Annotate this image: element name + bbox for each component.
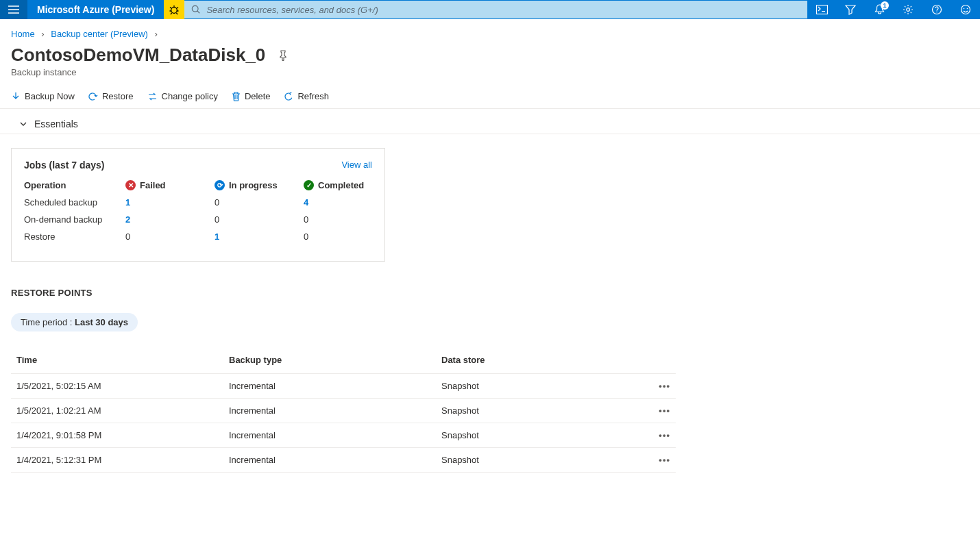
hamburger-icon	[8, 5, 19, 14]
brand-label[interactable]: Microsoft Azure (Preview)	[27, 4, 164, 15]
col-operation: Operation	[24, 180, 125, 190]
jobs-grid: Operation ✕Failed ⟳In progress ✓Complete…	[24, 180, 372, 242]
cell-store: Snapshot	[436, 423, 641, 448]
feedback-icon	[960, 4, 971, 15]
notifications-button[interactable]: 1	[865, 0, 894, 19]
job-inprogress-count[interactable]: 1	[215, 231, 304, 242]
restore-button[interactable]: Restore	[88, 91, 134, 101]
preview-bug-button[interactable]	[164, 0, 184, 19]
chevron-down-icon	[19, 120, 27, 128]
row-actions-button[interactable]: •••	[641, 399, 676, 423]
feedback-button[interactable]	[951, 0, 980, 19]
cell-store: Snapshot	[436, 399, 641, 423]
svg-point-7	[964, 8, 965, 10]
cell-store: Snapshot	[436, 374, 641, 399]
table-row[interactable]: 1/4/2021, 5:12:31 PMIncrementalSnapshot•…	[11, 448, 676, 473]
help-button[interactable]	[922, 0, 951, 19]
download-icon	[11, 92, 21, 101]
table-row[interactable]: 1/5/2021, 5:02:15 AMIncrementalSnapshot•…	[11, 374, 676, 399]
job-operation: Restore	[24, 231, 125, 242]
help-icon	[931, 4, 942, 15]
job-completed-count: 0	[304, 214, 372, 225]
row-actions-button[interactable]: •••	[641, 423, 676, 448]
job-failed-count[interactable]: 1	[125, 197, 215, 208]
search-icon	[191, 5, 201, 14]
filter-value: Last 30 days	[75, 317, 128, 327]
delete-button[interactable]: Delete	[232, 91, 271, 101]
breadcrumb-backup-center[interactable]: Backup center (Preview)	[51, 29, 148, 39]
svg-point-8	[967, 8, 968, 10]
filter-label: Time period :	[21, 317, 75, 327]
change-policy-button[interactable]: Change policy	[147, 91, 218, 101]
refresh-icon	[284, 92, 293, 101]
delete-label: Delete	[245, 91, 271, 101]
cell-type: Incremental	[223, 448, 436, 473]
backup-now-button[interactable]: Backup Now	[11, 91, 75, 101]
job-failed-count: 0	[125, 231, 215, 242]
cell-time: 1/5/2021, 5:02:15 AM	[11, 374, 223, 399]
notification-badge: 1	[881, 1, 889, 10]
job-operation: Scheduled backup	[24, 197, 125, 208]
time-period-filter[interactable]: Time period : Last 30 days	[11, 313, 138, 331]
job-completed-count[interactable]: 4	[304, 197, 372, 208]
settings-button[interactable]	[894, 0, 922, 19]
svg-point-5	[936, 12, 937, 12]
job-inprogress-count: 0	[215, 214, 304, 225]
restore-label: Restore	[102, 91, 134, 101]
job-failed-count[interactable]: 2	[125, 214, 215, 225]
cell-time: 1/5/2021, 1:02:21 AM	[11, 399, 223, 423]
table-row[interactable]: 1/5/2021, 1:02:21 AMIncrementalSnapshot•…	[11, 399, 676, 423]
jobs-title: Jobs (last 7 days)	[24, 160, 105, 171]
cloud-shell-button[interactable]	[807, 0, 836, 19]
essentials-label: Essentials	[34, 118, 78, 129]
col-in-progress: ⟳In progress	[215, 180, 304, 190]
breadcrumb-sep: ›	[37, 29, 48, 39]
cloud-shell-icon	[816, 5, 828, 14]
trash-icon	[232, 92, 241, 101]
global-search[interactable]	[184, 1, 807, 18]
hamburger-menu-button[interactable]	[0, 0, 27, 19]
search-input[interactable]	[206, 5, 800, 15]
view-all-link[interactable]: View all	[341, 160, 372, 171]
failed-icon: ✕	[125, 180, 136, 190]
refresh-label: Refresh	[297, 91, 329, 101]
svg-point-0	[171, 8, 177, 14]
col-backup-type[interactable]: Backup type	[223, 349, 436, 374]
row-actions-button[interactable]: •••	[641, 374, 676, 399]
job-completed-count: 0	[304, 231, 372, 242]
pin-button[interactable]	[278, 50, 289, 61]
breadcrumb-sep: ›	[151, 29, 162, 39]
change-policy-label: Change policy	[162, 91, 218, 101]
title-row: ContosoDemoVM_DataDisk_0	[0, 39, 980, 66]
breadcrumb-home[interactable]: Home	[11, 29, 35, 39]
restore-points-title: RESTORE POINTS	[0, 262, 980, 298]
col-time[interactable]: Time	[11, 349, 223, 374]
cell-store: Snapshot	[436, 448, 641, 473]
cell-time: 1/4/2021, 5:12:31 PM	[11, 448, 223, 473]
col-data-store[interactable]: Data store	[436, 349, 641, 374]
pin-icon	[278, 50, 289, 61]
top-navbar: Microsoft Azure (Preview) 1	[0, 0, 980, 19]
navbar-icons: 1	[807, 0, 980, 19]
in-progress-icon: ⟳	[215, 180, 225, 190]
restore-points-table: Time Backup type Data store 1/5/2021, 5:…	[11, 349, 676, 473]
directory-filter-button[interactable]	[836, 0, 865, 19]
completed-icon: ✓	[304, 180, 314, 190]
row-actions-button[interactable]: •••	[641, 448, 676, 473]
undo-icon	[88, 92, 98, 101]
swap-icon	[147, 92, 158, 101]
bug-icon	[169, 4, 180, 15]
page-title: ContosoDemoVM_DataDisk_0	[11, 45, 265, 66]
table-row[interactable]: 1/4/2021, 9:01:58 PMIncrementalSnapshot•…	[11, 423, 676, 448]
job-operation: On-demand backup	[24, 214, 125, 225]
svg-point-6	[961, 5, 970, 14]
col-failed: ✕Failed	[125, 180, 215, 190]
cell-type: Incremental	[223, 374, 436, 399]
cell-type: Incremental	[223, 399, 436, 423]
svg-rect-2	[816, 5, 827, 14]
essentials-toggle[interactable]: Essentials	[0, 109, 980, 134]
cell-type: Incremental	[223, 423, 436, 448]
cell-time: 1/4/2021, 9:01:58 PM	[11, 423, 223, 448]
refresh-button[interactable]: Refresh	[284, 91, 329, 101]
backup-now-label: Backup Now	[25, 91, 75, 101]
